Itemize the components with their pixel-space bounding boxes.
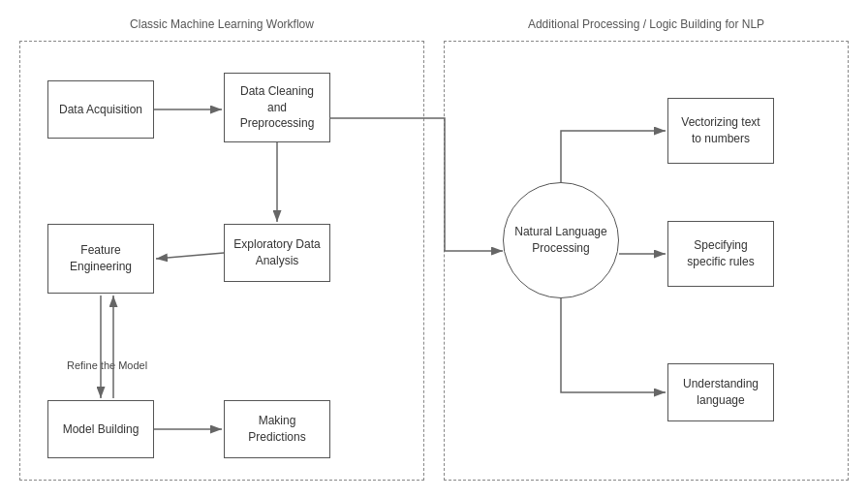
- circle-nlp: Natural Language Processing: [503, 182, 619, 298]
- box-vectorizing: Vectorizing text to numbers: [667, 98, 774, 164]
- right-section: Additional Processing / Logic Building f…: [444, 17, 849, 481]
- right-section-title: Additional Processing / Logic Building f…: [444, 17, 849, 31]
- main-container: Classic Machine Learning Workflow Data A…: [0, 0, 868, 498]
- refine-label: Refine the Model: [67, 359, 147, 371]
- box-making-predictions: Making Predictions: [224, 400, 330, 458]
- right-arrows-svg: [445, 42, 848, 480]
- box-specifying: Specifying specific rules: [667, 221, 774, 287]
- left-section-title: Classic Machine Learning Workflow: [19, 17, 424, 31]
- left-diagram: Data Acquisition Data Cleaning and Prepr…: [20, 42, 423, 480]
- svg-line-4: [156, 253, 224, 259]
- box-model-building: Model Building: [47, 400, 154, 458]
- box-understanding: Understanding language: [667, 363, 774, 421]
- box-exploratory: Exploratory Data Analysis: [224, 224, 330, 282]
- box-feature-engineering: Feature Engineering: [47, 224, 154, 294]
- left-dashed-border: Data Acquisition Data Cleaning and Prepr…: [19, 41, 424, 481]
- left-section: Classic Machine Learning Workflow Data A…: [19, 17, 424, 481]
- right-diagram: Natural Language Processing Vectorizing …: [445, 42, 848, 480]
- right-dashed-border: Natural Language Processing Vectorizing …: [444, 41, 849, 481]
- box-data-cleaning: Data Cleaning and Preprocessing: [224, 73, 330, 142]
- box-data-acquisition: Data Acquisition: [47, 80, 154, 139]
